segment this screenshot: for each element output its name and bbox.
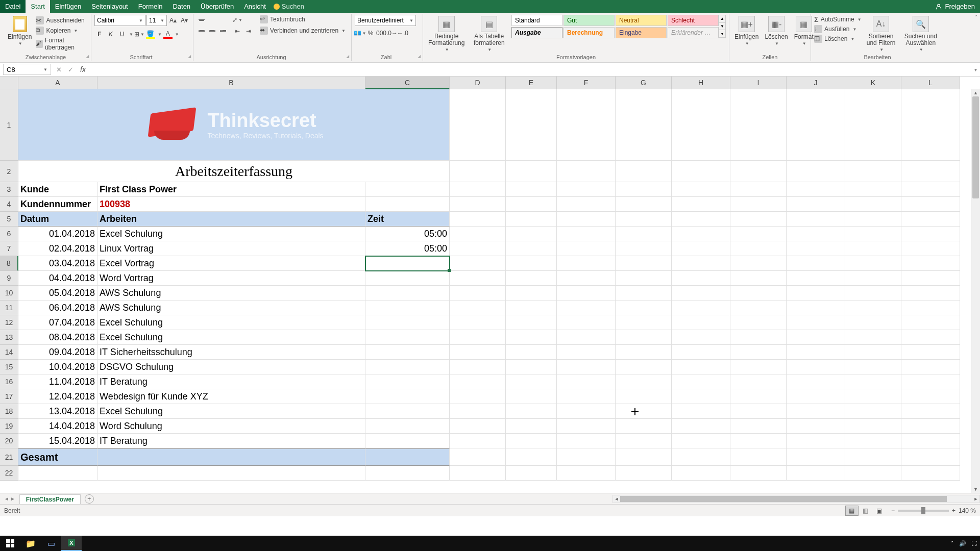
cell-H11[interactable]	[672, 300, 730, 315]
cell-G19[interactable]	[616, 419, 672, 434]
cell-F9[interactable]	[557, 271, 616, 286]
cell-E12[interactable]	[506, 315, 557, 330]
cell-D13[interactable]	[450, 330, 506, 345]
cell-D19[interactable]	[450, 419, 506, 434]
cell-J11[interactable]	[787, 300, 845, 315]
cell-B20[interactable]: IT Beratung	[97, 434, 365, 448]
cell-L3[interactable]	[901, 182, 960, 197]
cell-D12[interactable]	[450, 315, 506, 330]
row-header-15[interactable]: 15	[0, 360, 18, 374]
cell-E11[interactable]	[506, 300, 557, 315]
sort-filter-button[interactable]: A↓Sortieren und Filtern▼	[864, 15, 899, 53]
cell-C5[interactable]: Zeit	[365, 212, 450, 227]
cell-B4[interactable]: 100938	[97, 197, 365, 212]
row-header-4[interactable]: 4	[0, 197, 18, 212]
column-header-G[interactable]: G	[616, 77, 672, 89]
cell-B14[interactable]: IT Sicherheitsschulung	[97, 345, 365, 360]
tray-chevron-icon[interactable]: ˄	[951, 540, 954, 547]
cell-K14[interactable]	[845, 345, 901, 360]
row-header-19[interactable]: 19	[0, 419, 18, 434]
cell-F22[interactable]	[557, 466, 616, 481]
cell-F18[interactable]	[557, 404, 616, 419]
cell-H8[interactable]	[672, 256, 730, 271]
cell-J2[interactable]	[787, 161, 845, 182]
expand-formula-bar-icon[interactable]: ▾	[971, 67, 980, 72]
tab-datei[interactable]: Datei	[0, 0, 26, 13]
cell-D16[interactable]	[450, 374, 506, 389]
cell-I6[interactable]	[730, 227, 787, 241]
cell-H4[interactable]	[672, 197, 730, 212]
cell-F19[interactable]	[557, 419, 616, 434]
cell-I9[interactable]	[730, 271, 787, 286]
scroll-thumb[interactable]	[972, 96, 979, 198]
cell-B21[interactable]	[97, 448, 365, 466]
cell-J18[interactable]	[787, 404, 845, 419]
cell-E19[interactable]	[506, 419, 557, 434]
cell-A14[interactable]: 09.04.2018	[18, 345, 97, 360]
cell-L20[interactable]	[901, 434, 960, 448]
wrap-text-button[interactable]: ↩Textumbruch	[260, 15, 346, 24]
column-header-A[interactable]: A	[18, 77, 97, 89]
cell-D7[interactable]	[450, 241, 506, 256]
cell-K13[interactable]	[845, 330, 901, 345]
column-header-K[interactable]: K	[845, 77, 901, 89]
cell-L16[interactable]	[901, 374, 960, 389]
copy-button[interactable]: Kopieren▼	[36, 26, 88, 35]
cell-H9[interactable]	[672, 271, 730, 286]
system-tray[interactable]: ˄ 🔊 ⛶	[951, 540, 980, 547]
cell-A9[interactable]: 04.04.2018	[18, 271, 97, 286]
cell-H16[interactable]	[672, 374, 730, 389]
align-center-icon[interactable]	[207, 26, 217, 36]
cell-style-gut[interactable]: Gut	[564, 15, 615, 26]
cell-G3[interactable]	[616, 182, 672, 197]
cell-B11[interactable]: AWS Schulung	[97, 300, 365, 315]
cell-J17[interactable]	[787, 389, 845, 404]
cell-L9[interactable]	[901, 271, 960, 286]
cell-I13[interactable]	[730, 330, 787, 345]
cell-G12[interactable]	[616, 315, 672, 330]
cell-K12[interactable]	[845, 315, 901, 330]
cell-C19[interactable]	[365, 419, 450, 434]
cell-D6[interactable]	[450, 227, 506, 241]
cell-E21[interactable]	[506, 448, 557, 466]
sheet-nav-prev-icon[interactable]: ◄	[4, 496, 9, 502]
clipboard-dialog-icon[interactable]: ◢	[86, 54, 89, 59]
cell-F1[interactable]	[557, 89, 616, 161]
row-header-3[interactable]: 3	[0, 182, 18, 197]
cell-F11[interactable]	[557, 300, 616, 315]
cell-E16[interactable]	[506, 374, 557, 389]
cell-F15[interactable]	[557, 360, 616, 374]
row-header-11[interactable]: 11	[0, 300, 18, 315]
row-header-18[interactable]: 18	[0, 404, 18, 419]
cell-F10[interactable]	[557, 286, 616, 300]
cell-J19[interactable]	[787, 419, 845, 434]
column-header-E[interactable]: E	[506, 77, 557, 89]
tray-expand-icon[interactable]: ⛶	[971, 540, 977, 546]
cell-F6[interactable]	[557, 227, 616, 241]
cell-D17[interactable]	[450, 389, 506, 404]
cell-D22[interactable]	[450, 466, 506, 481]
align-buttons[interactable]	[197, 15, 228, 36]
cell-H1[interactable]	[672, 89, 730, 161]
cell-A19[interactable]: 14.04.2018	[18, 419, 97, 434]
cell-E1[interactable]	[506, 89, 557, 161]
font-size-select[interactable]: 11▼	[146, 15, 167, 26]
decrease-decimal-icon[interactable]: ←.0	[398, 28, 408, 38]
cell-A21[interactable]: Gesamt	[18, 448, 97, 466]
cell-logo-merged[interactable]: ThinksecretTechnews, Reviews, Tutorials,…	[18, 89, 450, 161]
cell-J7[interactable]	[787, 241, 845, 256]
alignment-dialog-icon[interactable]: ◢	[346, 54, 349, 59]
cell-I17[interactable]	[730, 389, 787, 404]
hscroll-thumb[interactable]	[620, 496, 947, 502]
cell-B17[interactable]: Webdesign für Kunde XYZ	[97, 389, 365, 404]
cell-K15[interactable]	[845, 360, 901, 374]
cell-H17[interactable]	[672, 389, 730, 404]
cell-D18[interactable]	[450, 404, 506, 419]
cell-H13[interactable]	[672, 330, 730, 345]
cell-L1[interactable]	[901, 89, 960, 161]
row-header-12[interactable]: 12	[0, 315, 18, 330]
delete-cells-button[interactable]: ▦-Löschen▼	[763, 15, 790, 47]
cell-D14[interactable]	[450, 345, 506, 360]
sheet-nav-next-icon[interactable]: ►	[10, 496, 15, 502]
cell-H12[interactable]	[672, 315, 730, 330]
